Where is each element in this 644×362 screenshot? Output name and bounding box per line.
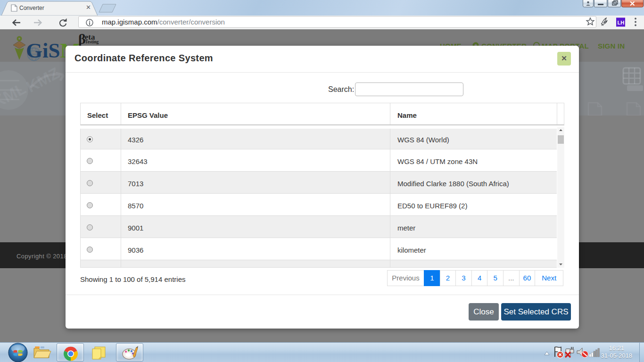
svg-text:LH: LH (618, 20, 625, 25)
svg-text:KMZ: KMZ (23, 64, 62, 96)
